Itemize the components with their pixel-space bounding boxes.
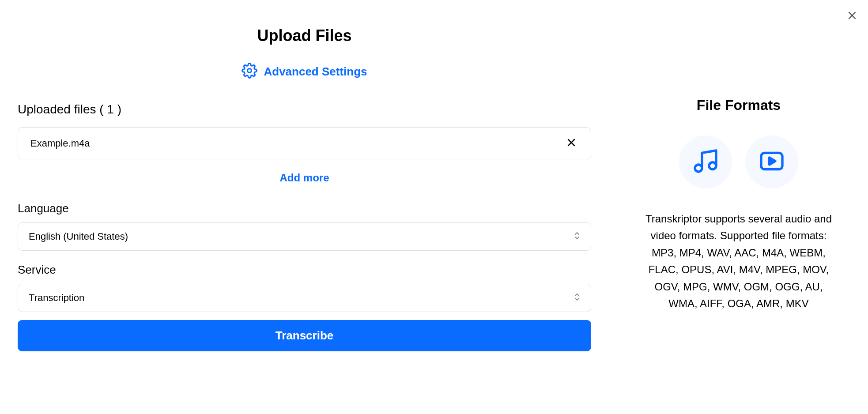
close-button[interactable] <box>845 9 859 23</box>
uploaded-file-row: Example.m4a <box>18 127 591 159</box>
svg-marker-8 <box>770 158 775 165</box>
file-formats-panel: File Formats <box>609 0 868 414</box>
svg-point-6 <box>709 162 716 169</box>
file-formats-description: Transkriptor supports several audio and … <box>636 211 842 312</box>
service-select[interactable]: Transcription <box>18 284 591 312</box>
file-formats-title: File Formats <box>636 97 842 113</box>
file-name: Example.m4a <box>30 138 90 149</box>
language-select[interactable]: English (United States) <box>18 222 591 251</box>
video-format-icon-wrapper <box>745 135 798 188</box>
svg-point-5 <box>695 165 702 172</box>
svg-point-0 <box>248 69 252 73</box>
service-label: Service <box>18 263 591 277</box>
advanced-settings-label: Advanced Settings <box>264 65 367 79</box>
video-play-icon <box>758 147 786 177</box>
audio-format-icon-wrapper <box>679 135 732 188</box>
uploaded-files-heading: Uploaded files ( 1 ) <box>18 102 591 117</box>
page-title: Upload Files <box>18 26 591 45</box>
close-icon <box>847 10 857 22</box>
gear-icon <box>242 63 257 80</box>
add-more-button[interactable]: Add more <box>279 172 329 184</box>
format-icons-row <box>636 135 842 188</box>
close-icon <box>566 137 577 149</box>
advanced-settings-button[interactable]: Advanced Settings <box>18 63 591 80</box>
transcribe-button[interactable]: Transcribe <box>18 320 591 351</box>
upload-panel: Upload Files Advanced Settings Uploaded … <box>0 0 609 414</box>
music-note-icon <box>691 147 720 177</box>
remove-file-button[interactable] <box>564 135 578 151</box>
language-label: Language <box>18 202 591 215</box>
